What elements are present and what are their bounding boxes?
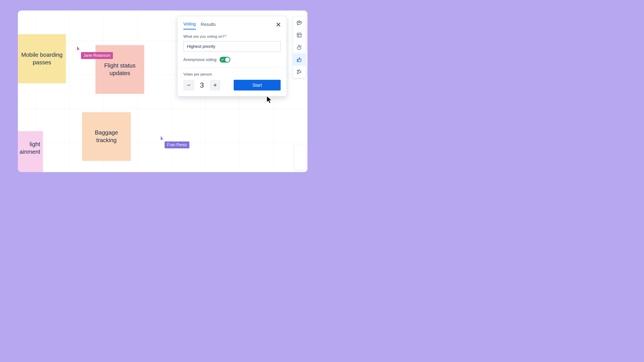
- question-label: What are you voting on?*: [183, 34, 281, 39]
- sticky-text: Flight status updates: [98, 62, 142, 77]
- collaborator-cursor: Jane Rotanson: [76, 46, 113, 59]
- timer-tool[interactable]: [293, 41, 306, 53]
- sticky-text: Mobile boarding passes: [20, 51, 63, 66]
- sparkle-icon: [296, 69, 302, 75]
- plus-icon: [213, 83, 217, 87]
- anonymous-voting-label: Anonymous voting: [183, 57, 216, 62]
- layout-tool[interactable]: [293, 29, 306, 41]
- tab-results[interactable]: Results: [201, 22, 216, 29]
- sticky-text: light ainment: [20, 141, 40, 156]
- whiteboard-canvas[interactable]: Mobile boarding passes Flight status upd…: [18, 10, 308, 172]
- check-icon: [221, 58, 224, 61]
- panel-tabs: Voting Results: [183, 21, 281, 29]
- right-toolbar: [293, 16, 306, 78]
- anonymous-voting-toggle[interactable]: [220, 57, 230, 62]
- votes-per-person-label: Votes per person: [183, 72, 281, 77]
- voting-topic-input[interactable]: [183, 41, 281, 52]
- sticky-note[interactable]: light ainment: [18, 131, 43, 172]
- increment-button[interactable]: [210, 80, 220, 90]
- collaborator-name: Fran Perez: [164, 141, 190, 148]
- tab-voting[interactable]: Voting: [183, 21, 196, 29]
- thumbs-up-icon: [296, 57, 302, 62]
- decrement-button[interactable]: [183, 80, 194, 90]
- comment-icon: [296, 20, 302, 25]
- start-button[interactable]: Start: [234, 80, 281, 90]
- sticky-text: Baggage tracking: [85, 129, 128, 144]
- layout-icon: [296, 32, 302, 38]
- comment-tool[interactable]: [293, 16, 306, 29]
- stopwatch-icon: [296, 45, 302, 50]
- minus-icon: [187, 83, 191, 87]
- voting-panel: Voting Results What are you voting on?* …: [178, 16, 286, 96]
- toggle-knob: [225, 57, 230, 62]
- voting-tool[interactable]: [293, 53, 306, 66]
- svg-rect-0: [297, 33, 301, 37]
- effects-tool[interactable]: [293, 66, 306, 78]
- collaborator-cursor: Fran Perez: [160, 135, 190, 148]
- close-button[interactable]: [275, 21, 282, 28]
- votes-count: 3: [194, 81, 210, 89]
- close-icon: [276, 22, 281, 27]
- zoom-controls[interactable]: [294, 145, 306, 170]
- sticky-note[interactable]: Baggage tracking: [82, 112, 131, 161]
- sticky-note[interactable]: Mobile boarding passes: [18, 34, 66, 83]
- collaborator-name: Jane Rotanson: [81, 52, 113, 59]
- votes-stepper: 3: [183, 80, 220, 90]
